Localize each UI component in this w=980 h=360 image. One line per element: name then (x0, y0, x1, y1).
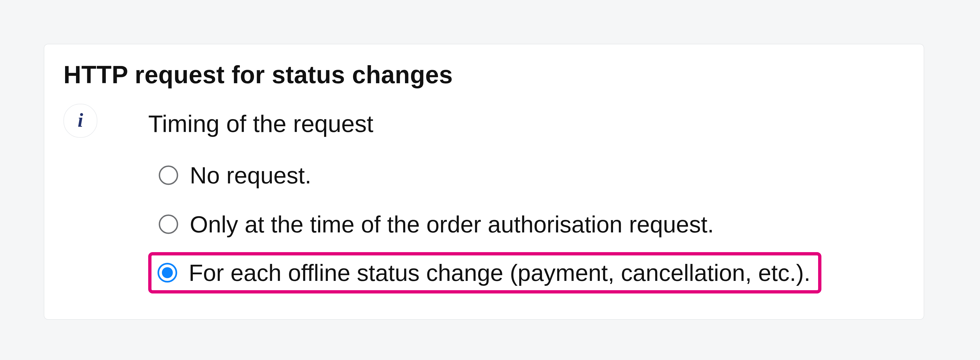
svg-point-1 (159, 215, 177, 233)
radio-option-auth-only[interactable]: Only at the time of the order authorisat… (148, 203, 724, 246)
radio-option-label: Only at the time of the order authorisat… (190, 211, 714, 238)
page-root: HTTP request for status changes i Timing… (0, 0, 980, 342)
svg-point-3 (162, 267, 173, 278)
options-column: Timing of the request No request. Only a… (148, 106, 905, 300)
radio-icon (158, 214, 179, 235)
radio-option-each-offline-change[interactable]: For each offline status change (payment,… (148, 252, 821, 293)
options-heading: Timing of the request (148, 110, 905, 138)
radio-icon (158, 165, 179, 186)
panel-title: HTTP request for status changes (64, 61, 905, 89)
panel-body-row: i Timing of the request No request. (64, 106, 905, 300)
radio-option-label: For each offline status change (payment,… (189, 259, 810, 286)
info-icon-glyph: i (78, 110, 83, 130)
radio-option-no-request[interactable]: No request. (148, 154, 321, 197)
info-column: i (64, 106, 148, 138)
radio-icon (157, 262, 178, 283)
radio-option-label: No request. (190, 162, 312, 189)
settings-panel: HTTP request for status changes i Timing… (44, 44, 924, 320)
info-icon[interactable]: i (64, 104, 97, 138)
svg-point-0 (159, 166, 177, 184)
